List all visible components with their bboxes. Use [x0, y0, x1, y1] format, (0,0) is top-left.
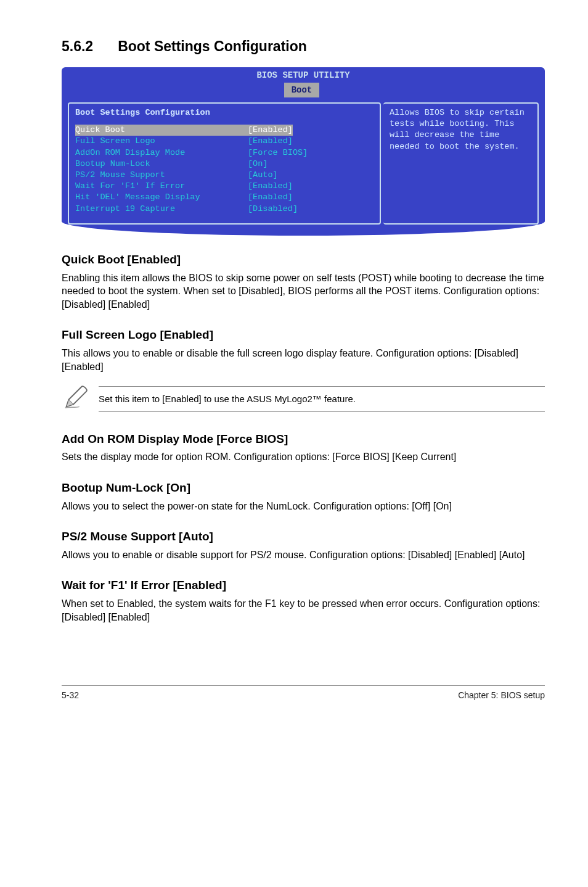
page-footer: 5-32 Chapter 5: BIOS setup [62, 685, 545, 701]
bios-row: PS/2 Mouse Support [Auto] [75, 170, 374, 181]
bios-title: BIOS SETUP UTILITY [62, 67, 545, 83]
heading-full-screen-logo: Full Screen Logo [Enabled] [62, 327, 545, 343]
bios-panel-heading: Boot Settings Configuration [75, 107, 374, 118]
bios-row: Wait For 'F1' If Error [Enabled] [75, 181, 374, 192]
bios-row-value: [Enabled] [248, 181, 293, 192]
bios-row-value: [Force BIOS] [248, 147, 308, 159]
bios-row-value: [Auto] [248, 170, 278, 181]
heading-wait-f1: Wait for 'F1' If Error [Enabled] [62, 577, 545, 593]
bios-row-label: Quick Boot [75, 125, 248, 136]
bios-row-value: [Enabled] [248, 125, 293, 136]
heading-addon-rom: Add On ROM Display Mode [Force BIOS] [62, 431, 545, 447]
bios-row-value: [Disabled] [248, 204, 298, 215]
footer-chapter: Chapter 5: BIOS setup [458, 690, 545, 701]
bios-row-label: Wait For 'F1' If Error [75, 181, 248, 192]
bios-body: Boot Settings Configuration Quick Boot [… [62, 99, 545, 236]
bios-tab-row: Boot [62, 83, 545, 99]
bios-row-value: [Enabled] [248, 192, 293, 203]
bios-row-label: Interrupt 19 Capture [75, 204, 248, 215]
bios-help-panel: Allows BIOS to skip certain tests while … [383, 102, 539, 225]
body-bootup-numlock: Allows you to select the power-on state … [62, 500, 545, 513]
section-number: 5.6.2 [62, 37, 93, 56]
bios-row: Quick Boot [Enabled] [75, 125, 374, 136]
bios-row: Interrupt 19 Capture [Disabled] [75, 204, 374, 215]
bios-row: Hit 'DEL' Message Display [Enabled] [75, 192, 374, 203]
body-addon-rom: Sets the display mode for option ROM. Co… [62, 450, 545, 464]
bios-screenshot: BIOS SETUP UTILITY Boot Boot Settings Co… [62, 67, 545, 236]
heading-bootup-numlock: Bootup Num-Lock [On] [62, 480, 545, 496]
bios-row: AddOn ROM Display Mode [Force BIOS] [75, 147, 374, 159]
note-text: Set this item to [Enabled] to use the AS… [99, 386, 545, 412]
bios-row-label: Bootup Num-Lock [75, 159, 248, 170]
section-title: Boot Settings Configuration [118, 38, 307, 54]
pencil-icon [62, 383, 99, 415]
body-wait-f1: When set to Enabled, the system waits fo… [62, 597, 545, 624]
heading-quick-boot: Quick Boot [Enabled] [62, 252, 545, 268]
bios-row-label: AddOn ROM Display Mode [75, 147, 248, 159]
heading-ps2-mouse: PS/2 Mouse Support [Auto] [62, 529, 545, 545]
bios-row: Full Screen Logo [Enabled] [75, 136, 374, 147]
bios-tab-boot: Boot [284, 83, 320, 97]
bios-row-label: Hit 'DEL' Message Display [75, 192, 248, 203]
note-callout: Set this item to [Enabled] to use the AS… [62, 383, 545, 415]
bios-row-label: PS/2 Mouse Support [75, 170, 248, 181]
bios-row-label: Full Screen Logo [75, 136, 248, 147]
bios-settings-panel: Boot Settings Configuration Quick Boot [… [68, 102, 381, 225]
section-heading: 5.6.2Boot Settings Configuration [62, 37, 545, 56]
bios-row-value: [On] [248, 159, 267, 170]
bios-row-value: [Enabled] [248, 136, 293, 147]
body-quick-boot: Enabling this item allows the BIOS to sk… [62, 271, 545, 311]
footer-page-number: 5-32 [62, 690, 79, 701]
body-ps2-mouse: Allows you to enable or disable support … [62, 548, 545, 562]
body-full-screen-logo: This allows you to enable or disable the… [62, 347, 545, 373]
bios-row: Bootup Num-Lock [On] [75, 159, 374, 170]
